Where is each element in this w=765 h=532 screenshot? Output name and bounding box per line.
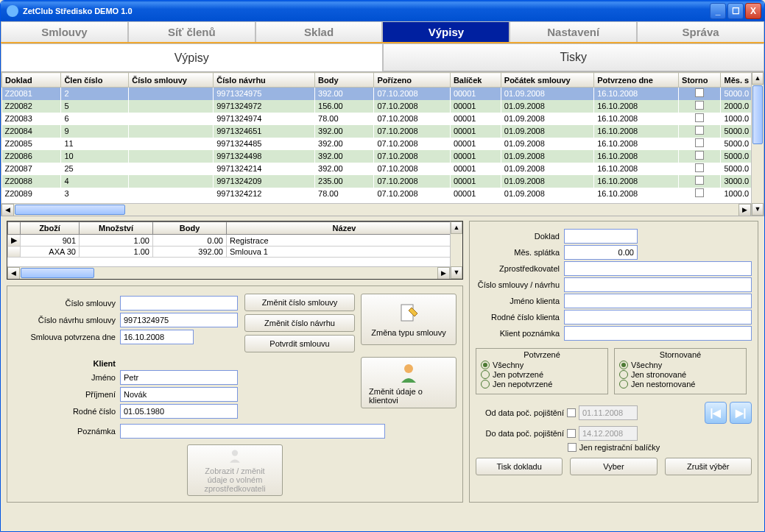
scroll-right-icon[interactable]: ▶ — [738, 204, 751, 216]
storno-checkbox[interactable] — [695, 101, 704, 110]
storno-checkbox[interactable] — [695, 151, 704, 160]
finput-jmeno[interactable] — [564, 294, 752, 308]
vertical-scrollbar[interactable]: ▲ ▼ — [450, 221, 462, 279]
subtab-tisky[interactable]: Tisky — [383, 43, 765, 71]
checkbox-od[interactable] — [567, 408, 576, 417]
nav-first-icon[interactable]: |◀ — [705, 402, 727, 424]
minimize-button[interactable]: _ — [710, 3, 726, 19]
table-row[interactable]: Z20087259971324214392.0007.10.2008000010… — [2, 163, 764, 175]
table-row[interactable]: Z2008259971324972156.0007.10.20080000101… — [2, 100, 764, 113]
input-cislo-navrhu[interactable] — [120, 313, 238, 327]
btn-zmenit-cislo-smlouvy[interactable]: Změnit číslo smlouvy — [244, 294, 355, 311]
scroll-thumb[interactable] — [15, 205, 125, 215]
table-row[interactable]: Z200893997132421278.0007.10.20080000101.… — [2, 188, 764, 200]
finput-doklad[interactable] — [564, 229, 638, 244]
col-header[interactable]: Pořízeno — [374, 73, 450, 88]
scroll-thumb[interactable] — [752, 85, 763, 144]
col-header[interactable]: Body — [153, 222, 227, 235]
radio[interactable] — [481, 370, 490, 379]
col-header[interactable]: Storno — [679, 73, 721, 88]
scroll-thumb[interactable] — [21, 268, 94, 278]
col-header[interactable]: Počátek smlouvy — [501, 73, 593, 88]
input-rodne[interactable] — [120, 404, 238, 419]
btn-potvrdit-smlouvu[interactable]: Potvrdit smlouvu — [244, 335, 355, 352]
input-potvrzena[interactable] — [120, 330, 194, 344]
input-cislo-smlouvy[interactable] — [120, 296, 238, 311]
scroll-down-icon[interactable]: ▼ — [752, 203, 764, 216]
storno-checkbox[interactable] — [695, 176, 704, 185]
tab-smlouvy[interactable]: Smlouvy — [1, 21, 128, 42]
document-pencil-icon — [397, 302, 420, 325]
maximize-button[interactable]: ☐ — [727, 3, 744, 19]
close-button[interactable]: X — [745, 3, 761, 19]
radio[interactable] — [481, 380, 490, 389]
btn-vyber[interactable]: Vyber — [570, 458, 657, 475]
storno-checkbox[interactable] — [695, 113, 704, 122]
col-header[interactable]: Číslo smlouvy — [129, 73, 214, 88]
radio[interactable] — [481, 361, 490, 369]
storno-checkbox[interactable] — [695, 188, 704, 197]
input-do[interactable] — [579, 426, 638, 441]
subtab-výpisy[interactable]: Výpisy — [1, 43, 383, 71]
col-header[interactable]: Člen číslo — [61, 73, 129, 88]
scroll-down-icon[interactable]: ▼ — [451, 266, 462, 279]
finput-rodne[interactable] — [564, 310, 752, 324]
col-header[interactable]: Balíček — [450, 73, 501, 88]
table-row[interactable]: AXA 301.00392.00Smlouva 1 — [8, 247, 462, 258]
tab-síť členů[interactable]: Síť členů — [128, 21, 255, 42]
radio[interactable] — [619, 370, 628, 379]
finput-poznamka[interactable] — [564, 326, 752, 341]
main-grid[interactable]: DokladČlen čísloČíslo smlouvyČíslo návrh… — [1, 71, 764, 216]
storno-checkbox[interactable] — [695, 126, 704, 135]
col-header[interactable]: Číslo návrhu — [214, 73, 315, 88]
col-header[interactable]: Název — [227, 222, 462, 235]
table-row[interactable]: Z200836997132497478.0007.10.20080000101.… — [2, 113, 764, 125]
table-row[interactable]: Z2008129971324975392.0007.10.20080000101… — [2, 88, 764, 100]
scroll-right-icon[interactable]: ▶ — [437, 267, 450, 280]
nav-last-icon[interactable]: ▶| — [730, 402, 752, 424]
input-od[interactable] — [579, 405, 638, 420]
col-header[interactable]: Zboží — [21, 222, 80, 235]
scroll-up-icon[interactable]: ▲ — [451, 221, 462, 234]
btn-zmenit-klienta[interactable]: Změnit údaje o klientovi — [361, 357, 456, 408]
tab-sklad[interactable]: Sklad — [255, 21, 383, 42]
table-row[interactable]: Z2008499971324651392.0007.10.20080000101… — [2, 125, 764, 138]
checkbox-jen-reg[interactable] — [568, 443, 577, 452]
input-poznamka[interactable] — [120, 424, 385, 439]
col-header[interactable]: Potvrzeno dne — [594, 73, 679, 88]
input-jmeno[interactable] — [120, 370, 238, 385]
col-header[interactable]: Body — [315, 73, 374, 88]
table-row[interactable]: ▶9011.000.00Registrace — [8, 235, 462, 247]
person-icon — [397, 361, 420, 384]
table-row[interactable]: Z20086109971324498392.0007.10.2008000010… — [2, 150, 764, 163]
vertical-scrollbar[interactable]: ▲ ▼ — [751, 72, 764, 216]
scroll-left-icon[interactable]: ◀ — [7, 267, 20, 280]
tab-nastavení[interactable]: Nastavení — [510, 21, 637, 42]
storno-checkbox[interactable] — [695, 88, 704, 97]
finput-splatka[interactable] — [564, 245, 638, 260]
radio[interactable] — [619, 361, 628, 369]
storno-checkbox[interactable] — [695, 163, 704, 172]
scroll-up-icon[interactable]: ▲ — [752, 72, 764, 85]
btn-zrusit[interactable]: Zrušit výběr — [665, 458, 752, 475]
scroll-left-icon[interactable]: ◀ — [1, 204, 14, 216]
input-prijmeni[interactable] — [120, 387, 238, 402]
col-header[interactable]: Doklad — [2, 73, 61, 88]
tab-správa[interactable]: Správa — [637, 21, 764, 42]
radio[interactable] — [619, 380, 628, 389]
table-row[interactable]: Z20085119971324485392.0007.10.2008000010… — [2, 138, 764, 150]
radio-label: Všechny — [493, 361, 523, 369]
col-header[interactable]: Množství — [80, 222, 153, 235]
table-row[interactable]: Z2008849971324209235.0007.10.20080000101… — [2, 175, 764, 188]
detail-grid[interactable]: ZbožíMnožstvíBodyNázev▶9011.000.00Regist… — [7, 221, 463, 280]
horizontal-scrollbar[interactable]: ◀ ▶ — [1, 203, 751, 216]
horizontal-scrollbar[interactable]: ◀ ▶ — [7, 266, 450, 279]
checkbox-do[interactable] — [567, 429, 576, 438]
btn-zmenit-cislo-navrhu[interactable]: Změnit číslo návrhu — [244, 314, 355, 332]
storno-checkbox[interactable] — [695, 138, 704, 147]
tab-výpisy[interactable]: Výpisy — [382, 21, 510, 42]
btn-zmena-typu[interactable]: Změna typu smlouvy — [361, 294, 456, 345]
finput-zprost[interactable] — [564, 261, 752, 276]
btn-tisk[interactable]: Tisk dokladu — [476, 458, 563, 475]
finput-cislo[interactable] — [564, 277, 752, 292]
